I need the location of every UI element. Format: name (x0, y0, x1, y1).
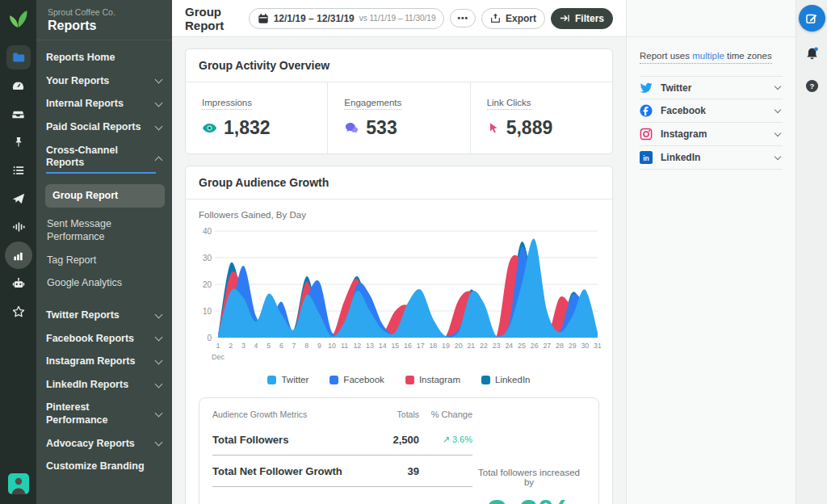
timezone-multiple-link[interactable]: multiple (692, 51, 724, 61)
reports-sidebar: Sprout Coffee Co. Reports Reports HomeYo… (36, 0, 172, 504)
legend-item-facebook[interactable]: Facebook (330, 375, 384, 384)
cursor-icon (487, 122, 500, 135)
overview-card-title: Group Activity Overview (186, 49, 612, 82)
topbar: Group Report 12/1/19 – 12/31/19 vs 11/1/… (172, 0, 626, 37)
audience-growth-chart[interactable]: 0102030401234567891011121314151617181920… (199, 225, 599, 367)
export-icon (490, 13, 501, 23)
export-button[interactable]: Export (481, 8, 545, 29)
user-avatar[interactable] (8, 473, 29, 498)
sidebar-item-advocacy-reports[interactable]: Advocacy Reports (46, 438, 162, 451)
sidebar-item-paid-social-reports[interactable]: Paid Social Reports (46, 121, 162, 134)
table-header-row: Audience Growth Metrics Totals % Change (212, 410, 472, 424)
reports-chart-icon[interactable] (5, 242, 32, 269)
gauge-icon[interactable] (5, 72, 32, 99)
sidebar-item-sent-message-performance[interactable]: Sent Message Performance (46, 218, 162, 243)
sidebar-item-cross-channel-reports[interactable]: Cross-Channel Reports (46, 145, 162, 174)
metric-label: Engagements (344, 98, 401, 110)
help-icon[interactable]: ? (805, 79, 819, 96)
x-axis-tick: 1 (216, 342, 220, 350)
y-axis-tick: 20 (203, 280, 212, 289)
chevron-down-icon (155, 380, 163, 388)
advocacy-star-icon[interactable] (5, 298, 32, 326)
x-axis-tick: 6 (279, 342, 283, 350)
x-axis-tick: 22 (480, 342, 488, 350)
chevron-down-icon (155, 410, 163, 418)
legend-item-instagram[interactable]: Instagram (405, 375, 460, 384)
notifications-bell-icon[interactable] (804, 46, 820, 65)
chevron-down-icon (155, 439, 163, 447)
legend-item-twitter[interactable]: Twitter (267, 375, 309, 384)
sidebar-item-label: Advocacy Reports (46, 438, 156, 451)
x-axis-tick: 15 (391, 342, 399, 350)
sidebar-item-instagram-reports[interactable]: Instagram Reports (46, 355, 162, 368)
network-name: LinkedIn (661, 152, 767, 163)
x-axis-tick: 11 (341, 342, 348, 350)
table-header: % Change (419, 410, 472, 419)
network-row-facebook[interactable]: Facebook (640, 99, 783, 123)
network-row-linkedin[interactable]: inLinkedIn (640, 146, 783, 170)
sidebar-item-label: Your Reports (46, 75, 156, 88)
network-name: Facebook (661, 105, 767, 116)
ellipsis-icon: ••• (457, 14, 468, 23)
audience-growth-table: Audience Growth Metrics Totals % Change … (212, 410, 472, 504)
legend-label: LinkedIn (495, 375, 530, 384)
followers-gained-area-chart: 0102030401234567891011121314151617181920… (199, 225, 601, 363)
x-axis-tick: 4 (254, 342, 258, 350)
x-axis-tick: 25 (518, 342, 526, 350)
send-icon[interactable] (5, 185, 32, 212)
network-row-twitter[interactable]: Twitter (640, 76, 783, 99)
sidebar-item-internal-reports[interactable]: Internal Reports (46, 98, 162, 111)
svg-text:in: in (643, 154, 649, 162)
x-axis-tick: 17 (417, 342, 425, 350)
pin-icon[interactable] (5, 128, 32, 156)
x-axis-tick: 28 (556, 342, 564, 350)
bot-icon[interactable] (5, 270, 32, 297)
table-row-total-followers: Total Followers2,500↗ 3.6% (212, 424, 472, 456)
sidebar-item-pinterest-performance[interactable]: Pinterest Performance (46, 401, 162, 426)
row-metric: Total Followers (212, 434, 361, 446)
y-axis-tick: 10 (203, 307, 212, 316)
network-name: Instagram (661, 128, 767, 140)
metric-engagements[interactable]: Engagements 533 (327, 82, 469, 153)
date-range-button[interactable]: 12/1/19 – 12/31/19 vs 11/1/19 – 11/30/19 (249, 8, 445, 29)
sidebar-item-label: Reports Home (46, 52, 162, 65)
metric-impressions[interactable]: Impressions 1,832 (186, 82, 327, 153)
filters-button[interactable]: Filters (551, 8, 613, 29)
sidebar-item-your-reports[interactable]: Your Reports (46, 75, 162, 88)
timezone-note: Report uses multiple time zones (640, 51, 772, 64)
network-row-instagram[interactable]: Instagram (640, 123, 783, 146)
sidebar-item-label: Sent Message Performance (47, 218, 162, 243)
sidebar-item-linkedin-reports[interactable]: LinkedIn Reports (46, 379, 162, 392)
sidebar-header: Sprout Coffee Co. Reports (36, 0, 172, 40)
inbox-icon[interactable] (5, 100, 32, 128)
listening-icon[interactable] (5, 213, 32, 241)
sprout-logo[interactable] (6, 6, 31, 31)
folder-icon[interactable] (6, 45, 31, 69)
x-axis-tick: 20 (455, 342, 463, 350)
x-axis-tick: 29 (569, 342, 577, 350)
sidebar-item-twitter-reports[interactable]: Twitter Reports (46, 309, 162, 322)
sidebar-item-tag-report[interactable]: Tag Report (46, 254, 162, 267)
list-icon[interactable] (5, 157, 32, 184)
row-metric: Total Net Follower Growth (212, 465, 361, 477)
more-button[interactable]: ••• (450, 9, 476, 27)
summary-value: 3.6% (472, 491, 586, 504)
metric-value: 533 (366, 117, 397, 139)
sidebar-item-facebook-reports[interactable]: Facebook Reports (46, 333, 162, 346)
x-axis-tick: 3 (241, 342, 246, 350)
row-total: 39 (361, 465, 419, 477)
metric-link-clicks[interactable]: Link Clicks 5,889 (470, 82, 612, 153)
sidebar-item-customize-branding[interactable]: Customize Branding (46, 460, 162, 473)
compose-button[interactable] (799, 5, 825, 32)
x-axis-tick: 10 (328, 342, 336, 350)
legend-item-linkedin[interactable]: LinkedIn (481, 375, 530, 384)
growth-card-title: Group Audience Growth (186, 166, 612, 200)
sidebar-item-reports-home[interactable]: Reports Home (46, 52, 162, 65)
filters-icon (560, 13, 570, 23)
sidebar-item-label: Internal Reports (46, 98, 156, 111)
page-title: Group Report (185, 5, 249, 32)
icon-rail (0, 0, 36, 504)
sidebar-item-google-analytics[interactable]: Google Analytics (46, 277, 162, 290)
sidebar-item-group-report[interactable]: Group Report (45, 184, 165, 208)
y-axis-tick: 30 (203, 254, 212, 262)
